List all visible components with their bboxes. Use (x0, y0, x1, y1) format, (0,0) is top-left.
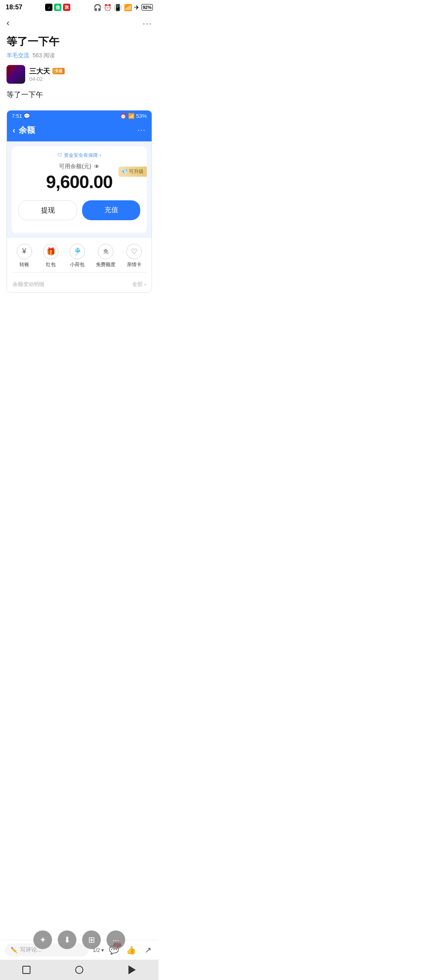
author-badge: 卡皇 (52, 68, 65, 74)
embedded-battery: 53% (136, 113, 147, 119)
familycard-circle-icon: ♡ (126, 244, 142, 259)
embedded-inner-card: 🛡 资金安全有保障 › 可用余额(元) 👁 9,600.00 💎 可升级 提现 … (12, 146, 147, 233)
embedded-divider (11, 272, 148, 273)
embedded-status-right: ⏰ 📶 53% (120, 113, 147, 119)
embedded-back-icon[interactable]: ‹ (13, 126, 15, 135)
embedded-time: 7:51 (12, 113, 22, 119)
transfer-circle-icon: ¥ (17, 244, 32, 259)
embedded-icons-section: ¥ 转账 🎁 红包 🎐 小荷包 免 免费额度 ♡ 亲情卡 (7, 238, 152, 277)
article-title: 等了一下午 (7, 35, 152, 49)
author-name[interactable]: 三大天 (29, 67, 50, 76)
status-bar: 18:57 ♪ 微 旗 🎧 ⏰ 📳 📶 ✈ 92% (0, 0, 159, 15)
article-header: 等了一下午 羊毛交流 563 阅读 (0, 32, 159, 59)
redbook-icon: 旗 (63, 4, 70, 11)
embedded-security-text: 资金安全有保障 (64, 152, 98, 159)
headphone-icon: 🎧 (93, 4, 102, 11)
author-row: 三大天 卡皇 04-02 (0, 65, 159, 84)
author-info: 三大天 卡皇 04-02 (29, 67, 65, 82)
tiktok-icon: ♪ (45, 4, 52, 11)
article-meta: 羊毛交流 563 阅读 (7, 52, 152, 59)
embedded-nav-content: ‹ 余额 (13, 125, 35, 136)
embedded-bottom-label: 余额变动明细 (13, 281, 44, 288)
embedded-topup-button[interactable]: 充值 (82, 200, 140, 220)
right-status-icons: 🎧 ⏰ 📳 📶 ✈ 92% (93, 4, 153, 11)
freequota-label: 免费额度 (96, 261, 115, 268)
redpacket-label: 红包 (46, 261, 56, 268)
body-text: 等了一下午 (7, 89, 152, 100)
status-time: 18:57 (6, 4, 22, 11)
article-body: 等了一下午 (0, 89, 159, 110)
battery-indicator: 92% (141, 4, 153, 11)
smallbag-circle-icon: 🎐 (70, 244, 85, 259)
embedded-status-left: 7:51 💬 (12, 113, 30, 119)
embedded-freequota-icon[interactable]: 免 免费额度 (96, 244, 115, 268)
embedded-upgrade-badge[interactable]: 💎 可升级 (118, 167, 147, 177)
alarm-icon: ⏰ (104, 4, 112, 11)
embedded-nav-title: 余额 (19, 125, 35, 136)
article-category[interactable]: 羊毛交流 (7, 52, 29, 59)
embedded-bottom-row[interactable]: 余额变动明细 全部 › (7, 277, 152, 292)
author-name-row: 三大天 卡皇 (29, 67, 65, 76)
eye-icon[interactable]: 👁 (94, 163, 100, 170)
author-avatar[interactable] (7, 65, 25, 84)
embedded-bottom-arrow: 全部 › (132, 281, 146, 288)
embedded-familycard-icon[interactable]: ♡ 亲情卡 (126, 244, 142, 268)
vibrate-icon: 📳 (114, 4, 122, 11)
embedded-screenshot: 7:51 💬 ⏰ 📶 53% ‹ 余额 ··· 🛡 资金安全有保障 › 可用余额… (7, 110, 152, 293)
airplane-icon: ✈ (134, 4, 139, 11)
article-reads: 563 阅读 (33, 52, 55, 59)
embedded-transfer-icon[interactable]: ¥ 转账 (17, 244, 32, 268)
redpacket-circle-icon: 🎁 (43, 244, 59, 259)
transfer-label: 转账 (20, 261, 29, 268)
embedded-nav: ‹ 余额 ··· (7, 121, 152, 141)
smallbag-label: 小荷包 (70, 261, 85, 268)
embedded-security-row[interactable]: 🛡 资金安全有保障 › (18, 152, 140, 159)
author-date: 04-02 (29, 76, 65, 82)
embedded-redpacket-icon[interactable]: 🎁 红包 (43, 244, 59, 268)
wifi-icon: 📶 (124, 4, 132, 11)
embedded-card-area: 🛡 资金安全有保障 › 可用余额(元) 👁 9,600.00 💎 可升级 提现 … (7, 141, 152, 238)
status-icons: ♪ 微 旗 (45, 4, 70, 11)
more-button[interactable]: ··· (143, 19, 152, 28)
embedded-status-bar: 7:51 💬 ⏰ 📶 53% (7, 111, 152, 121)
embedded-icons-row: ¥ 转账 🎁 红包 🎐 小荷包 免 免费额度 ♡ 亲情卡 (11, 244, 148, 268)
embedded-more-icon[interactable]: ··· (137, 126, 146, 134)
freequota-circle-icon: 免 (98, 244, 113, 259)
embedded-wifi-icon: 📶 (128, 113, 135, 119)
embedded-alarm-icon: ⏰ (120, 113, 126, 119)
embedded-smallbag-icon[interactable]: 🎐 小荷包 (70, 244, 85, 268)
nav-bar: ‹ ··· (0, 15, 159, 32)
embedded-wechat-icon: 💬 (24, 113, 30, 119)
familycard-label: 亲情卡 (127, 261, 141, 268)
back-button[interactable]: ‹ (7, 18, 9, 28)
wechat-icon: 微 (54, 4, 61, 11)
embedded-withdraw-button[interactable]: 提现 (18, 200, 77, 220)
embedded-button-row: 提现 充值 (18, 200, 140, 220)
